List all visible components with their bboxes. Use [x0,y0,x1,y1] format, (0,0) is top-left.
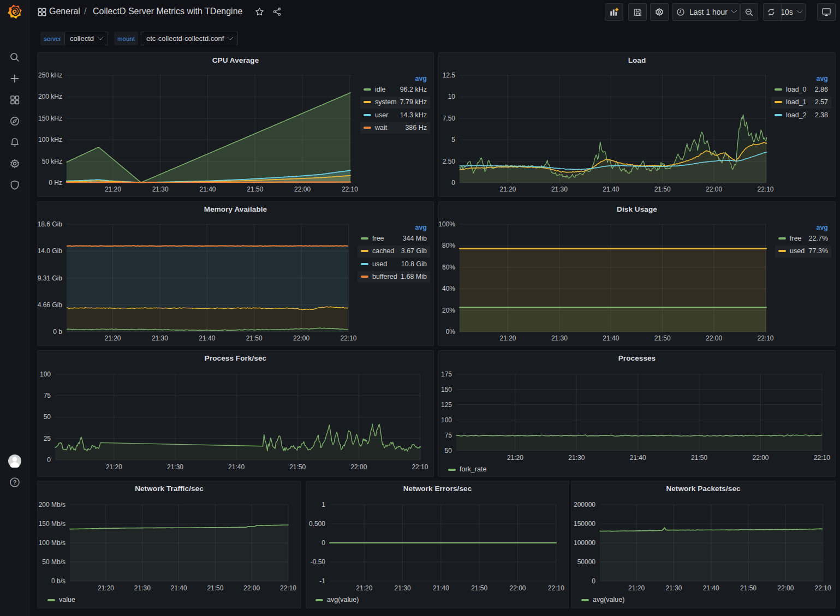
svg-text:?: ? [13,479,17,486]
